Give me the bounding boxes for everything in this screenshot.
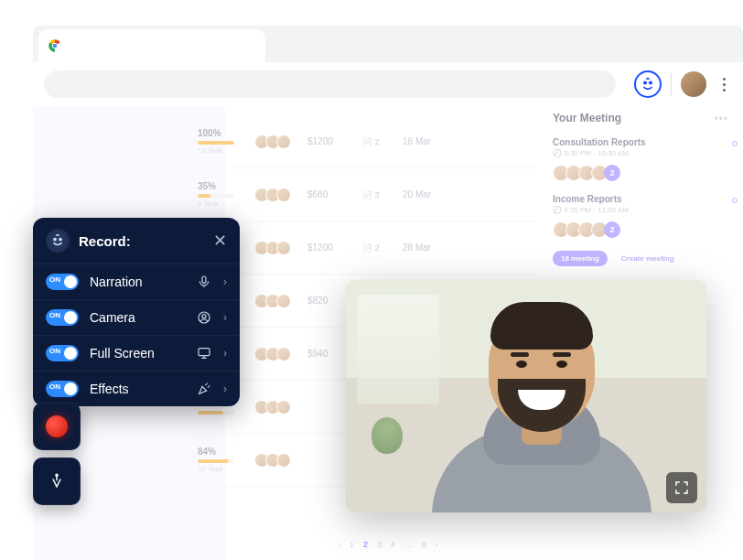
- chevron-right-icon: ›: [223, 311, 227, 324]
- page-2[interactable]: 2: [363, 540, 368, 549]
- control-column: [33, 403, 81, 505]
- user-circle-icon: [196, 310, 212, 325]
- avatar-stack: [254, 453, 291, 468]
- browser-tab-strip: [33, 26, 743, 62]
- page-›[interactable]: ›: [436, 540, 438, 549]
- record-option-label: Narration: [90, 275, 185, 289]
- toggle-switch[interactable]: ON: [46, 309, 79, 326]
- progress-cell: 100% 12 Task: [198, 128, 238, 155]
- expand-button[interactable]: [666, 472, 697, 503]
- record-option-effects[interactable]: ON Effects ›: [33, 371, 240, 406]
- record-option-label: Effects: [90, 382, 185, 396]
- create-meeting-button[interactable]: Create meeting: [613, 251, 683, 266]
- browser-menu-icon[interactable]: [716, 78, 732, 92]
- meeting-heading: Your Meeting: [553, 112, 621, 124]
- avatar-stack: [254, 294, 291, 308]
- avatar-stack: [254, 347, 291, 361]
- record-panel: Record: ✕ ON Narration › ON Camera › ON …: [33, 218, 240, 406]
- page-…[interactable]: …: [404, 540, 413, 549]
- toggle-switch[interactable]: ON: [46, 345, 79, 361]
- page-3[interactable]: 3: [377, 540, 382, 549]
- record-option-label: Full Screen: [90, 346, 185, 361]
- expand-icon: [673, 479, 690, 496]
- close-icon[interactable]: ✕: [213, 231, 227, 251]
- svg-point-3: [644, 81, 646, 83]
- extension-icon[interactable]: [634, 70, 662, 98]
- person-illustration: [423, 300, 662, 512]
- svg-point-4: [650, 81, 651, 83]
- microphone-icon: [196, 275, 212, 289]
- toggle-switch[interactable]: ON: [46, 274, 79, 290]
- page-8[interactable]: 8: [422, 540, 426, 549]
- chrome-icon: [48, 38, 62, 53]
- avatar-stack: [254, 241, 291, 255]
- dashboard-row: 68% 10 Task $1200 📄 2 28 Mar: [198, 221, 536, 275]
- svg-point-11: [56, 474, 58, 476]
- svg-rect-10: [199, 349, 210, 356]
- browser-toolbar: [33, 62, 743, 106]
- page-4[interactable]: 4: [391, 540, 395, 549]
- toggle-switch[interactable]: ON: [46, 381, 79, 397]
- address-bar[interactable]: [44, 70, 616, 98]
- progress-cell: 35% 6 Task: [198, 181, 238, 208]
- dashboard-row: 100% 12 Task $1200 📄 2 18 Mar: [198, 115, 536, 168]
- page-‹[interactable]: ‹: [338, 540, 340, 549]
- camera-preview: [346, 280, 706, 512]
- more-icon[interactable]: •••: [714, 112, 728, 124]
- chevron-right-icon: ›: [223, 275, 227, 288]
- record-option-full-screen[interactable]: ON Full Screen ›: [33, 335, 240, 371]
- meeting-count-button[interactable]: 18 meeting: [553, 251, 608, 266]
- profile-avatar[interactable]: [681, 71, 706, 97]
- avatar-stack: [254, 188, 291, 202]
- svg-point-2: [52, 43, 57, 48]
- meeting-item[interactable]: Consultation Reports 🕘 9:30 PM - 10:30 A…: [553, 137, 728, 181]
- avatar-stack: [254, 400, 291, 415]
- page-1[interactable]: 1: [350, 540, 354, 549]
- record-button[interactable]: [33, 403, 81, 450]
- record-title: Record:: [79, 233, 204, 249]
- chevron-right-icon: ›: [223, 347, 227, 360]
- svg-point-5: [54, 238, 56, 240]
- record-option-label: Camera: [90, 310, 185, 325]
- record-option-narration[interactable]: ON Narration ›: [33, 264, 240, 299]
- app-logo-icon: [46, 229, 70, 253]
- secondary-control-button[interactable]: [33, 458, 81, 505]
- monitor-icon: [196, 346, 212, 361]
- pointer-down-icon: [48, 472, 66, 490]
- confetti-icon: [196, 382, 212, 396]
- record-dot-icon: [46, 415, 68, 437]
- record-option-camera[interactable]: ON Camera ›: [33, 299, 240, 335]
- meeting-panel: Your Meeting••• Consultation Reports 🕘 9…: [553, 112, 728, 266]
- svg-point-6: [59, 238, 61, 240]
- svg-rect-7: [202, 276, 206, 283]
- toolbar-divider: [671, 73, 672, 95]
- browser-tab[interactable]: [38, 29, 265, 62]
- pagination: ‹1234…8›: [338, 540, 438, 549]
- progress-cell: 84% 12 Task: [198, 447, 238, 473]
- svg-point-9: [202, 315, 206, 318]
- chevron-right-icon: ›: [223, 382, 227, 395]
- avatar-stack: [254, 135, 291, 149]
- meeting-item[interactable]: Income Reports 🕘 9:30 PM - 11:00 AM 2: [553, 194, 728, 238]
- dashboard-row: 35% 6 Task $680 📄 3 20 Mar: [198, 168, 536, 221]
